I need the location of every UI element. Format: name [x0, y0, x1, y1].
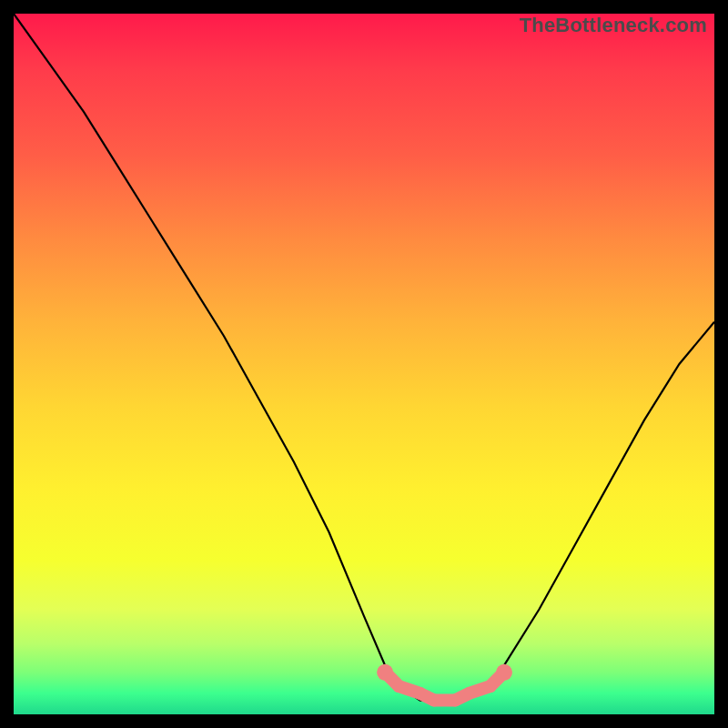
marker-dot — [449, 694, 461, 707]
marker-dot — [496, 664, 512, 681]
chart-plot-area: TheBottleneck.com — [14, 14, 714, 714]
chart-frame: TheBottleneck.com — [0, 0, 728, 728]
optimal-zone-markers — [377, 664, 512, 707]
bottleneck-curve — [14, 14, 714, 701]
chart-svg — [14, 14, 714, 714]
marker-dot — [428, 694, 440, 707]
marker-dot — [414, 687, 427, 700]
marker-dot — [393, 680, 406, 693]
marker-dot — [484, 680, 497, 693]
marker-dot — [377, 664, 393, 681]
marker-dot — [463, 687, 476, 700]
